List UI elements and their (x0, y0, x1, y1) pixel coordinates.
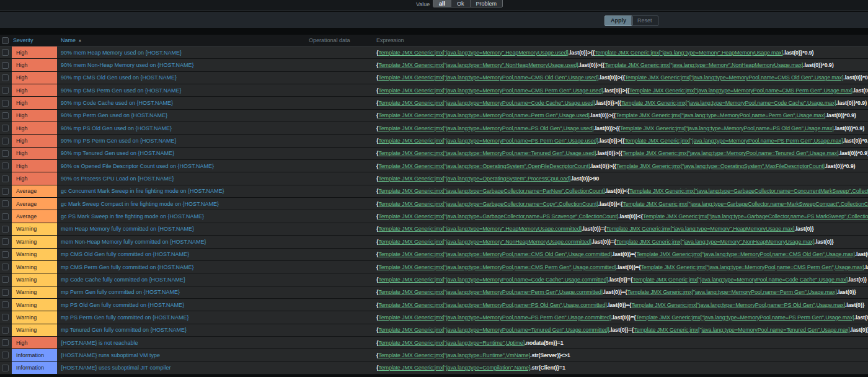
expression-item-link[interactable]: Template JMX Generic:jmx["java.lang:type… (378, 125, 593, 131)
expression-item-link[interactable]: Template JMX Generic:jmx["java.lang:type… (627, 289, 837, 295)
expression-item-link[interactable]: Template JMX Generic:jmx["java.lang:type… (595, 50, 783, 56)
row-checkbox[interactable] (2, 339, 9, 346)
expression-item-link[interactable]: Template JMX Generic:jmx["java.lang:type… (629, 87, 852, 94)
row-checkbox[interactable] (2, 251, 9, 258)
value-filter-option[interactable]: all (433, 0, 451, 7)
trigger-name-link[interactable]: 90% mem Non-Heap Memory used on {HOST.NA… (61, 62, 194, 68)
expression-item-link[interactable]: Template JMX Generic:jmx["java.lang:type… (378, 327, 609, 333)
trigger-name-link[interactable]: mp PS Old Gen fully committed on {HOST.N… (61, 302, 184, 308)
trigger-name-link[interactable]: {HOST.NAME} runs suboptimal VM type (61, 352, 160, 358)
trigger-name-link[interactable]: 90% mp Code Cache used on {HOST.NAME} (61, 100, 173, 106)
expression-item-link[interactable]: Template JMX Generic:jmx["java.lang:type… (621, 100, 836, 106)
expression-item-link[interactable]: Template JMX Generic:jmx["java.lang:type… (378, 251, 611, 257)
row-checkbox[interactable] (2, 264, 9, 270)
expression-item-link[interactable]: Template JMX Generic:jmx["java.lang:type… (629, 188, 868, 194)
row-checkbox[interactable] (2, 213, 9, 220)
select-all-checkbox[interactable] (2, 37, 9, 44)
row-checkbox[interactable] (2, 188, 9, 195)
expression-item-link[interactable]: Template JMX Generic:jmx["java.lang:type… (378, 150, 596, 156)
trigger-name-link[interactable]: gc Concurrent Mark Sweep in fire fightin… (61, 188, 224, 194)
expression-item-link[interactable]: Template JMX Generic:jmx["java.lang:type… (378, 87, 603, 94)
row-checkbox[interactable] (2, 112, 9, 119)
expression-item-link[interactable]: Template JMX Generic:jmx["java.lang:type… (378, 352, 530, 358)
expression-item-link[interactable]: Template JMX Generic:jmx["java.lang:type… (378, 74, 598, 81)
expression-item-link[interactable]: Template JMX Generic:jmx["java.lang:type… (378, 213, 618, 220)
row-checkbox[interactable] (2, 150, 9, 157)
expression-item-link[interactable]: Template JMX Generic:jmx["java.lang:type… (378, 138, 598, 144)
expression-item-link[interactable]: Template JMX Generic:jmx["java.lang:type… (622, 150, 839, 156)
row-checkbox[interactable] (2, 365, 9, 371)
expression-item-link[interactable]: Template JMX Generic:jmx["java.lang:type… (634, 327, 850, 333)
expression-item-link[interactable]: Template JMX Generic:jmx["java.lang:type… (624, 138, 843, 144)
expression-item-link[interactable]: Template JMX Generic:jmx["java.lang:type… (378, 277, 608, 283)
expression-item-link[interactable]: Template JMX Generic:jmx["java.lang:type… (636, 314, 854, 321)
trigger-name-link[interactable]: {HOST.NAME} is not reachable (61, 340, 138, 346)
value-filter-option[interactable]: Problem (471, 0, 503, 7)
row-checkbox[interactable] (2, 314, 9, 321)
trigger-name-link[interactable]: gc PS Mark Sweep in fire fighting mode o… (61, 213, 204, 220)
expression-item-link[interactable]: Template JMX Generic:jmx["java.lang:type… (378, 264, 616, 270)
apply-button[interactable]: Apply (604, 16, 632, 26)
trigger-name-link[interactable]: 90% mp CMS Old Gen used on {HOST.NAME} (61, 74, 177, 81)
expression-item-link[interactable]: Template JMX Generic:jmx["java.lang:type… (378, 314, 611, 321)
expression-item-link[interactable]: Template JMX Generic:jmx["java.lang:type… (378, 365, 530, 371)
expression-item-link[interactable]: Template JMX Generic:jmx["java.lang:type… (606, 226, 795, 232)
row-checkbox[interactable] (2, 289, 9, 296)
trigger-name-link[interactable]: mp Perm Gen fully committed on {HOST.NAM… (61, 289, 180, 295)
trigger-name-link[interactable]: 90% mp PS Old Gen used on {HOST.NAME} (61, 125, 172, 131)
expression-item-link[interactable]: Template JMX Generic:jmx["java.lang:type… (378, 226, 582, 232)
trigger-name-link[interactable]: 90% os Process CPU Load on {HOST.NAME} (61, 175, 174, 182)
row-checkbox[interactable] (2, 327, 9, 334)
expression-item-link[interactable]: Template JMX Generic:jmx["java.lang:type… (378, 62, 578, 68)
expression-item-link[interactable]: Template JMX Generic:jmx["java.lang:type… (378, 201, 598, 207)
expression-item-link[interactable]: Template JMX Generic:jmx["java.lang:type… (378, 163, 590, 169)
expression-item-link[interactable]: Template JMX Generic:jmx["java.lang:type… (640, 264, 864, 270)
trigger-name-link[interactable]: mem Heap Memory fully committed on {HOST… (61, 226, 194, 232)
expression-item-link[interactable]: Template JMX Generic:jmx["java.lang:type… (616, 163, 825, 169)
row-checkbox[interactable] (2, 49, 9, 56)
row-checkbox[interactable] (2, 175, 9, 182)
trigger-name-link[interactable]: mp Tenured Gen fully committed on {HOST.… (61, 327, 187, 333)
trigger-name-link[interactable]: 90% mp PS Perm Gen used on {HOST.NAME} (61, 138, 177, 144)
trigger-name-link[interactable]: mp Code Cache fully committed on {HOST.N… (61, 277, 185, 283)
trigger-name-link[interactable]: 90% mp CMS Perm Gen used on {HOST.NAME} (61, 87, 182, 94)
value-filter-option[interactable]: Ok (451, 0, 471, 7)
expression-item-link[interactable]: Template JMX Generic:jmx["java.lang:type… (378, 112, 589, 118)
trigger-name-link[interactable]: mp PS Perm Gen fully committed on {HOST.… (61, 314, 189, 321)
row-checkbox[interactable] (2, 238, 9, 245)
trigger-name-link[interactable]: 90% mem Heap Memory used on {HOST.NAME} (61, 50, 182, 56)
expression-item-link[interactable]: Template JMX Generic:jmx["java.lang:type… (643, 213, 868, 220)
row-checkbox[interactable] (2, 74, 9, 81)
row-checkbox[interactable] (2, 200, 9, 207)
expression-item-link[interactable]: Template JMX Generic:jmx["java.lang:type… (616, 112, 825, 118)
expression-item-link[interactable]: Template JMX Generic:jmx["java.lang:type… (631, 302, 845, 308)
expression-item-link[interactable]: Template JMX Generic:jmx["java.lang:type… (378, 289, 603, 295)
expression-item-link[interactable]: Template JMX Generic:jmx["java.lang:type… (378, 188, 604, 194)
trigger-name-link[interactable]: gc Mark Sweep Compact in fire fighting m… (61, 201, 219, 207)
trigger-name-link[interactable]: 90% mp Tenured Gen used on {HOST.NAME} (61, 150, 174, 156)
expression-item-link[interactable]: Template JMX Generic:jmx["java.lang:type… (604, 62, 803, 68)
row-checkbox[interactable] (2, 125, 9, 131)
trigger-name-link[interactable]: mem Non-Heap Memory fully committed on {… (61, 239, 206, 245)
column-header-severity[interactable]: Severity (12, 35, 61, 46)
expression-item-link[interactable]: Template JMX Generic:jmx["java.lang:type… (378, 239, 591, 245)
trigger-name-link[interactable]: mp CMS Perm Gen fully committed on {HOST… (61, 264, 194, 270)
expression-item-link[interactable]: Template JMX Generic:jmx["java.lang:type… (625, 74, 844, 81)
expression-item-link[interactable]: Template JMX Generic:jmx["java.lang:type… (378, 302, 606, 308)
trigger-name-link[interactable]: 90% os Opened File Descriptor Count used… (61, 163, 214, 169)
row-checkbox[interactable] (2, 276, 9, 283)
trigger-name-link[interactable]: {HOST.NAME} uses suboptimal JIT compiler (61, 365, 170, 371)
expression-item-link[interactable]: Template JMX Generic:jmx["java.lang:type… (378, 100, 595, 106)
row-checkbox[interactable] (2, 100, 9, 107)
expression-item-link[interactable]: Template JMX Generic:jmx["java.lang:type… (378, 340, 525, 346)
row-checkbox[interactable] (2, 62, 9, 69)
trigger-name-link[interactable]: 90% mp Perm Gen used on {HOST.NAME} (61, 112, 167, 118)
row-checkbox[interactable] (2, 138, 9, 144)
column-header-name[interactable]: Name ▲ (61, 35, 309, 46)
row-checkbox[interactable] (2, 87, 9, 94)
expression-item-link[interactable]: Template JMX Generic:jmx["java.lang:type… (378, 50, 568, 56)
trigger-name-link[interactable]: mp CMS Old Gen fully committed on {HOST.… (61, 251, 189, 257)
expression-item-link[interactable]: Template JMX Generic:jmx["java.lang:type… (636, 251, 855, 257)
row-checkbox[interactable] (2, 226, 9, 233)
reset-button[interactable]: Reset (631, 16, 658, 26)
